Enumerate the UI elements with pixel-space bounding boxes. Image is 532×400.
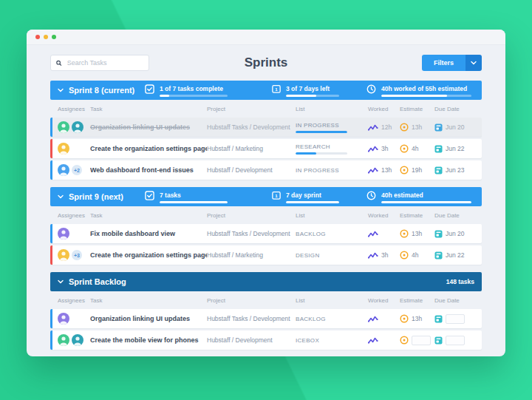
estimate-cell: 4h bbox=[400, 144, 434, 153]
estimate-clock-icon bbox=[400, 166, 409, 174]
calendar-icon: 1 bbox=[272, 84, 281, 93]
estimate-clock-icon bbox=[400, 251, 409, 260]
chevron-down-icon[interactable] bbox=[58, 279, 64, 284]
due-calendar-icon bbox=[434, 251, 443, 260]
worked-value: 3h bbox=[381, 251, 388, 259]
due-date-empty-field[interactable] bbox=[446, 336, 465, 345]
sprint-header-title-group: Sprint Backlog bbox=[58, 277, 145, 286]
column-header-worked: Worked bbox=[368, 297, 400, 304]
sprint-metric-progress-fill bbox=[160, 95, 169, 97]
chevron-down-icon bbox=[58, 88, 64, 92]
list-cell: IN PROGRESS bbox=[296, 122, 368, 133]
task-row[interactable]: +2Web dashboard front-end issuesHubstaff… bbox=[50, 160, 482, 180]
sprint-metric-progressbar bbox=[286, 201, 339, 203]
due-date-cell bbox=[434, 336, 482, 345]
due-calendar-icon bbox=[434, 145, 443, 153]
avatar bbox=[58, 143, 69, 155]
due-calendar-icon bbox=[434, 166, 443, 174]
extra-assignees-badge: +3 bbox=[72, 250, 82, 260]
column-header-estimate: Estimate bbox=[400, 106, 434, 112]
column-header-worked: Worked bbox=[368, 106, 400, 112]
top-toolbar: Sprints Filters bbox=[50, 54, 482, 72]
estimate-clock-icon bbox=[400, 123, 409, 132]
sprint-metric-progress-fill bbox=[286, 95, 316, 97]
project-name: Hubstaff Tasks / Development bbox=[207, 315, 296, 322]
avatar-person-icon bbox=[58, 249, 69, 261]
sprint-metric-label: 3 of 7 days left bbox=[286, 85, 339, 92]
sprint-metric-label: 1 of 7 tasks complete bbox=[160, 85, 228, 92]
task-row[interactable]: +3Create the organization settings pageH… bbox=[50, 245, 482, 265]
avatar-person-icon bbox=[72, 334, 83, 346]
filters-label[interactable]: Filters bbox=[422, 55, 466, 71]
estimate-value: 4h bbox=[412, 145, 418, 152]
calendar-icon: 1 bbox=[272, 191, 281, 200]
sprint-metric-progressbar bbox=[381, 95, 471, 97]
assignees-cell bbox=[58, 143, 90, 155]
estimate-clock-icon bbox=[400, 166, 409, 174]
sprint-metric-progress-fill bbox=[286, 201, 339, 203]
estimate-empty-field[interactable] bbox=[412, 336, 431, 345]
worked-activity-icon bbox=[368, 123, 378, 132]
list-progressbar bbox=[296, 131, 347, 133]
estimate-cell: 13h bbox=[400, 123, 434, 132]
sprint-header-title-group: Sprint 9 (next) bbox=[58, 192, 145, 201]
window-minimize-button[interactable] bbox=[44, 35, 48, 39]
due-calendar-icon bbox=[434, 123, 443, 132]
due-calendar-icon bbox=[434, 166, 443, 174]
window-close-button[interactable] bbox=[35, 35, 40, 39]
list-name: ICEBOX bbox=[296, 337, 368, 344]
task-row[interactable]: Organization linking UI updatesHubstaff … bbox=[50, 118, 482, 137]
due-date-value: Jun 22 bbox=[446, 145, 465, 152]
worked-cell: 13h bbox=[368, 166, 400, 174]
column-header-estimate: Estimate bbox=[400, 212, 434, 219]
project-name: Hubstaff / Marketing bbox=[207, 145, 296, 152]
filters-button[interactable]: Filters bbox=[422, 55, 482, 71]
tasks-checkbox-icon bbox=[145, 84, 154, 94]
due-date-empty-field[interactable] bbox=[446, 314, 465, 324]
avatar bbox=[72, 334, 83, 346]
app-window: Sprints Filters Spr bbox=[27, 30, 505, 356]
list-cell: ICEBOX bbox=[296, 337, 368, 344]
sprint-metric-text-group: 40h estimated bbox=[381, 191, 471, 203]
sprint-section-header[interactable]: Sprint 9 (next)7 tasks17 day sprint40h e… bbox=[50, 187, 482, 206]
chevron-down-icon bbox=[58, 194, 64, 199]
worked-value: 3h bbox=[381, 145, 388, 152]
sprint-section-header[interactable]: Sprint Backlog148 tasks bbox=[50, 272, 482, 291]
due-date-cell: Jun 22 bbox=[434, 251, 482, 260]
list-progressbar bbox=[296, 152, 347, 155]
due-date-value: Jun 20 bbox=[446, 123, 465, 131]
column-header-task: Task bbox=[90, 212, 207, 219]
worked-activity-icon bbox=[368, 166, 378, 174]
task-row[interactable]: Create the organization settings pageHub… bbox=[50, 139, 482, 158]
sprint-metric: 17 day sprint bbox=[272, 191, 366, 203]
table-column-headers: AssigneesTaskProjectListWorkedEstimateDu… bbox=[50, 209, 482, 222]
column-header-list: List bbox=[296, 106, 368, 112]
clock-icon bbox=[366, 84, 376, 94]
avatar bbox=[72, 121, 83, 133]
sprint-section-header[interactable]: Sprint 8 (current)1 of 7 tasks complete1… bbox=[50, 81, 482, 100]
desktop-background: Sprints Filters Spr bbox=[0, 0, 532, 400]
sprint-metric-progressbar bbox=[381, 201, 471, 203]
clock-icon bbox=[366, 191, 376, 200]
calendar-icon: 1 bbox=[272, 191, 281, 200]
estimate-cell: 13h bbox=[400, 229, 434, 238]
filters-dropdown-toggle[interactable] bbox=[466, 55, 482, 71]
task-row[interactable]: Create the mobile view for phonesHubstaf… bbox=[50, 330, 482, 350]
chevron-down-icon[interactable] bbox=[58, 88, 64, 92]
chevron-down-icon[interactable] bbox=[58, 194, 64, 199]
svg-text:1: 1 bbox=[275, 87, 278, 92]
task-row[interactable]: Fix mobile dashboard viewHubstaff Tasks … bbox=[50, 224, 482, 243]
due-calendar-icon bbox=[434, 230, 443, 238]
estimate-clock-icon bbox=[400, 144, 409, 153]
window-maximize-button[interactable] bbox=[52, 35, 56, 39]
extra-assignees-badge: +2 bbox=[72, 165, 82, 175]
sprint-metric-progress-fill bbox=[381, 201, 471, 203]
worked-activity-icon bbox=[368, 145, 378, 153]
column-header-list: List bbox=[296, 297, 368, 304]
due-calendar-icon bbox=[434, 251, 443, 260]
sprint-metric-progress-fill bbox=[160, 201, 228, 203]
task-row[interactable]: Organization linking UI updatesHubstaff … bbox=[50, 309, 482, 328]
tasks-checkbox-icon bbox=[145, 84, 154, 94]
worked-activity-icon bbox=[368, 336, 378, 345]
sprint-metric-text-group: 3 of 7 days left bbox=[286, 84, 339, 97]
